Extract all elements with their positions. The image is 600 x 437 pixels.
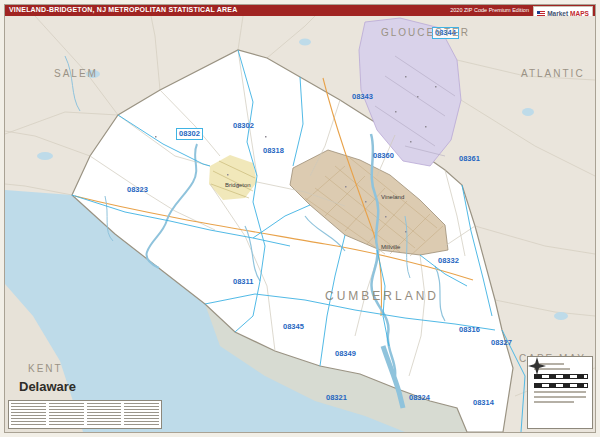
zip-code-label: 08361: [459, 155, 480, 163]
zip-index-column: [49, 403, 84, 426]
zip-code-label: 08316: [459, 326, 480, 334]
zip-code-label: 08327: [491, 339, 512, 347]
region-label: CUMBERLAND: [325, 290, 439, 302]
zip-index-table: [8, 400, 162, 429]
zip-code-label: 08332: [438, 257, 459, 265]
legend-text-line: [534, 401, 574, 403]
edition-label: 2020 ZIP Code Premium Edition: [450, 7, 529, 13]
map-frame: VINELAND-BRIDGETON, NJ METROPOLITAN STAT…: [4, 4, 596, 433]
zip-index-column: [87, 403, 122, 426]
zip-code-label: 08345: [283, 323, 304, 331]
zip-code-label: 08302: [176, 128, 203, 140]
region-label: GLOUCESTER: [381, 28, 470, 38]
header-bar: VINELAND-BRIDGETON, NJ METROPOLITAN STAT…: [5, 5, 595, 16]
zip-code-label: 08321: [326, 394, 347, 402]
zip-code-label: 08343: [352, 93, 373, 101]
zip-index-column: [124, 403, 159, 426]
city-label: Vineland: [381, 194, 404, 200]
region-label: Delaware: [19, 380, 76, 393]
map-sheet: VINELAND-BRIDGETON, NJ METROPOLITAN STAT…: [0, 0, 600, 437]
legend-box: [527, 356, 593, 429]
zip-code-label: 08360: [373, 152, 394, 160]
city-label: Millville: [381, 244, 400, 250]
zip-code-label: 08324: [409, 394, 430, 402]
map-scale-bar: [534, 383, 588, 388]
region-label: KENT: [28, 364, 63, 374]
compass-rose-icon: [528, 357, 546, 375]
zip-code-label: 08311: [233, 278, 253, 286]
legend-text-line: [534, 391, 586, 393]
region-label: ATLANTIC: [521, 69, 585, 79]
zip-code-label: 08349: [335, 350, 356, 358]
zip-index-column: [11, 403, 46, 426]
region-label: SALEM: [54, 69, 98, 79]
zip-code-label: 08323: [127, 186, 148, 194]
city-label: Bridgeton: [225, 182, 251, 188]
zip-code-label: 08302: [233, 122, 254, 130]
map-title: VINELAND-BRIDGETON, NJ METROPOLITAN STAT…: [9, 6, 237, 13]
zip-code-label: 08318: [263, 147, 284, 155]
legend-text-line: [534, 396, 586, 398]
zip-code-label: 08314: [473, 399, 494, 407]
map-canvas: 0834408343083020830208318083230836108360…: [5, 16, 595, 432]
